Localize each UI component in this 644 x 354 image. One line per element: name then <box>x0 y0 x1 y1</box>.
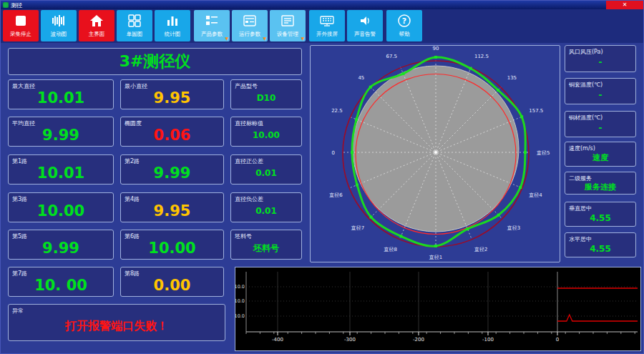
toolbar-button-label: 声音告警 <box>354 31 376 38</box>
metric-value: 10.00 <box>9 200 113 222</box>
status-vertical-center: 垂直居中 4.55 <box>565 202 636 227</box>
status-speed: 速度(m/s) 速度 <box>565 142 636 167</box>
toolbar-button-sound-alarm[interactable]: 声音告警 <box>347 10 383 41</box>
status-value: 速度 <box>565 149 635 166</box>
gauge-title: 3#测径仪 <box>9 49 301 74</box>
metric-channel-3: 第3路 10.00 <box>8 192 114 222</box>
svg-text:-100: -100 <box>482 337 494 343</box>
toolbar-button-label: 帮助 <box>399 31 410 38</box>
metric-value: 10.00 <box>121 237 223 259</box>
toolbar-button-label: 统计图 <box>165 31 181 38</box>
svg-text:67.5: 67.5 <box>386 54 397 59</box>
toolbar-button-product-params[interactable]: 产品参数 ▼ <box>194 10 230 41</box>
metric-value: 0.01 <box>231 162 301 184</box>
metric-value: 10. 00 <box>9 275 113 296</box>
dropdown-arrow-icon: ▼ <box>225 36 228 41</box>
app-icon <box>3 2 9 8</box>
toolbar-button-wave-chart[interactable]: 波动图 <box>41 10 77 41</box>
grid-windows-icon <box>127 12 142 29</box>
status-value: 服务连接 <box>565 180 635 194</box>
metric-value: 9.95 <box>121 87 223 109</box>
toolbar-button-label: 主界面 <box>89 31 105 38</box>
metric-billet-number: 坯料号 坯料号 <box>230 230 302 260</box>
metric-value: 9.99 <box>9 124 113 146</box>
alarm-box: 异常 打开报警端口失败！ <box>8 304 225 341</box>
svg-text:157.5: 157.5 <box>529 108 543 114</box>
toolbar-button-device-manage[interactable]: 设备管理 ▼ <box>270 10 306 41</box>
toolbar-button-stop-acquisition[interactable]: 采集停止 <box>3 10 39 41</box>
svg-text:10.0: 10.0 <box>235 284 245 290</box>
metric-value: 0.01 <box>231 200 301 222</box>
metric-tolerance-plus: 直径正公差 0.01 <box>230 154 302 185</box>
metric-channel-4: 第4路 9.95 <box>120 192 224 222</box>
status-fan-pressure: 风口风压(Pa) - <box>565 45 636 72</box>
metric-value: 9.95 <box>121 200 223 222</box>
toolbar-button-main-screen[interactable]: 主界面 <box>79 10 114 41</box>
toolbar-button-external-screen[interactable]: 开外接屏 <box>309 10 345 41</box>
svg-text:直径4: 直径4 <box>529 192 542 198</box>
svg-text:直径6: 直径6 <box>329 192 343 198</box>
cross-section-svg: 022.54567.590112.5135157.5直径5直径4直径3直径2直径… <box>311 46 560 262</box>
metric-channel-1: 第1路 10.01 <box>8 154 114 185</box>
svg-text:直径2: 直径2 <box>474 247 487 252</box>
toolbar-button-help[interactable]: ? 帮助 <box>386 10 422 41</box>
stop-icon <box>13 12 29 29</box>
metric-channel-6: 第6路 10.00 <box>120 230 224 260</box>
status-value: - <box>565 119 635 137</box>
toolbar-button-label: 开外接屏 <box>316 31 338 38</box>
metric-max-diameter: 最大直径 10.01 <box>8 79 114 109</box>
metric-value: 10.01 <box>9 87 113 109</box>
external-screen-icon <box>319 12 335 29</box>
status-value: - <box>565 86 635 104</box>
metric-channel-5: 第5路 9.99 <box>8 230 114 260</box>
waveform-icon <box>51 12 67 29</box>
svg-text:45: 45 <box>358 75 364 81</box>
toolbar-button-run-params[interactable]: 运行参数 ▼ <box>232 10 268 41</box>
window-title: 测径 <box>11 1 22 9</box>
svg-text:-400: -400 <box>272 337 283 343</box>
toolbar-button-label: 运行参数 <box>239 31 260 38</box>
svg-text:0: 0 <box>332 150 335 156</box>
metric-tolerance-minus: 直径负公差 0.01 <box>230 192 302 222</box>
metric-value: 0.06 <box>121 124 223 146</box>
close-button[interactable]: ✕ <box>606 1 643 9</box>
cross-section-chart: 022.54567.590112.5135157.5直径5直径4直径3直径2直径… <box>310 45 560 262</box>
toolbar-button-label: 波动图 <box>51 31 67 38</box>
status-sleeve-temp: 铜套温度(℃) - <box>565 78 636 104</box>
gauge-title-box: 3#测径仪 <box>8 48 302 75</box>
status-value: - <box>565 53 635 72</box>
trend-chart: 10.010.010.0-400-300-200-1000 <box>235 267 641 351</box>
toolbar-button-label: 产品参数 <box>201 31 223 38</box>
sound-alarm-icon <box>357 12 373 29</box>
toolbar: 采集停止 波动图 主界面 <box>1 9 643 43</box>
dropdown-arrow-icon: ▼ <box>301 36 304 41</box>
metric-min-diameter: 最小直径 9.95 <box>120 79 224 109</box>
svg-text:直径5: 直径5 <box>537 150 550 156</box>
svg-text:直径3: 直径3 <box>507 225 520 231</box>
run-params-icon <box>242 12 258 29</box>
svg-text:90: 90 <box>433 46 439 51</box>
toolbar-button-statistics[interactable]: 统计图 <box>155 10 190 41</box>
metric-product-model: 产品型号 D10 <box>230 79 302 109</box>
barchart-icon <box>165 12 180 29</box>
metric-nominal-diameter: 直径标称值 10.00 <box>230 117 302 147</box>
metric-value: D10 <box>231 87 301 109</box>
trend-chart-svg: 10.010.010.0-400-300-200-1000 <box>235 267 640 350</box>
metric-channel-2: 第2路 9.99 <box>120 154 224 185</box>
toolbar-button-label: 采集停止 <box>10 31 31 38</box>
status-horizontal-center: 水平居中 4.55 <box>565 232 636 257</box>
help-icon: ? <box>396 12 412 29</box>
metric-value: 10.01 <box>9 162 113 184</box>
metric-value: 0.00 <box>121 275 223 296</box>
svg-text:22.5: 22.5 <box>331 108 343 114</box>
product-params-icon <box>204 12 220 29</box>
dropdown-arrow-icon: ▼ <box>263 36 266 41</box>
svg-text:135: 135 <box>507 75 517 81</box>
toolbar-button-single-circle[interactable]: 单圆图 <box>117 10 152 41</box>
metric-value: 9.99 <box>121 162 223 184</box>
metric-value: 9.99 <box>9 237 113 259</box>
svg-text:-300: -300 <box>344 337 356 343</box>
svg-text:0: 0 <box>556 337 559 343</box>
toolbar-button-label: 单圆图 <box>127 31 143 38</box>
title-bar[interactable]: 测径 ✕ <box>1 1 643 9</box>
